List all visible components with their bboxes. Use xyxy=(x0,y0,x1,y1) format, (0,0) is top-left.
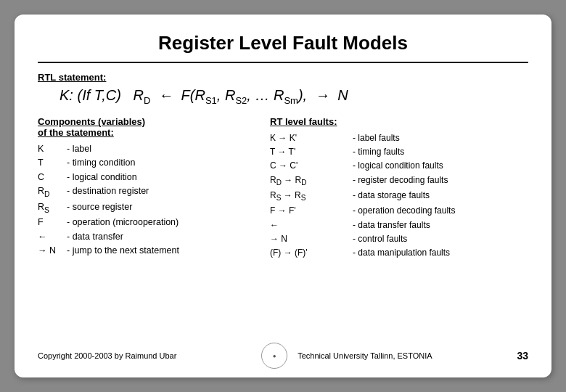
comp-key-k: K xyxy=(38,142,64,156)
fault-desc-t: - timing faults xyxy=(353,145,404,159)
formula: K: (If T,C) RD ← F(RS1, RS2, … RSm), → N xyxy=(60,87,528,106)
list-item: C - logical condition xyxy=(38,171,255,184)
fault-desc-rd: - register decoding faults xyxy=(353,173,448,187)
fault-lhs-t: T → T' xyxy=(270,145,350,159)
components-header: Components (variables)of the statement: xyxy=(38,116,255,138)
faults-list: K → K' - label faults T → T' - timing fa… xyxy=(270,131,528,260)
list-item: K → K' - label faults xyxy=(270,131,528,145)
university-logo: ● xyxy=(261,343,287,369)
fault-desc-rs: - data storage faults xyxy=(353,189,430,203)
slide-title: Register Level Fault Models xyxy=(38,32,528,54)
fault-lhs-rs: RS → RS xyxy=(270,189,350,204)
fault-lhs-k: K → K' xyxy=(270,131,350,145)
list-item: ← - data transfer xyxy=(38,230,255,244)
fault-lhs-n: → N xyxy=(270,232,350,246)
comp-key-t: T xyxy=(38,156,64,170)
comp-val-rs: - source register xyxy=(67,200,132,216)
comp-key-f: F xyxy=(38,216,64,229)
fault-lhs-c: C → C' xyxy=(270,159,350,173)
comp-val-arrow: - data transfer xyxy=(67,230,123,244)
right-column: RT level faults: K → K' - label faults T… xyxy=(270,116,528,260)
list-item: RD - destination register xyxy=(38,184,255,200)
fault-desc-n: - control faults xyxy=(353,232,407,246)
copyright: Copyright 2000-2003 by Raimund Ubar xyxy=(38,351,176,360)
comp-val-f: - operation (microoperation) xyxy=(67,216,179,229)
fault-desc-f: - operation decoding faults xyxy=(353,204,455,218)
rtl-label: RTL statement: xyxy=(38,72,528,83)
title-divider xyxy=(38,62,528,63)
university-name: Technical University Tallinn, ESTONIA xyxy=(298,351,432,360)
left-column: Components (variables)of the statement: … xyxy=(38,116,255,260)
comp-val-rd: - destination register xyxy=(67,184,149,200)
fault-desc-fp: - data manipulation faults xyxy=(353,246,450,260)
list-item: → N - jump to the next statement xyxy=(38,244,255,258)
fault-lhs-fp: (F) → (F)' xyxy=(270,246,350,260)
list-item: ← - data transfer faults xyxy=(270,219,528,232)
comp-key-rs: RS xyxy=(38,200,64,216)
component-table: K - label T - timing condition C - logic… xyxy=(38,142,255,258)
list-item: T → T' - timing faults xyxy=(270,145,528,159)
footer: Copyright 2000-2003 by Raimund Ubar ● Te… xyxy=(38,343,528,369)
page-number: 33 xyxy=(517,350,528,362)
list-item: RS → RS - data storage faults xyxy=(270,189,528,204)
comp-val-k: - label xyxy=(67,142,91,156)
formula-k: K: (If T,C) RD ← F(RS1, RS2, … RSm), → N xyxy=(60,87,348,103)
comp-val-arn: - jump to the next statement xyxy=(67,244,179,258)
comp-val-t: - timing condition xyxy=(67,156,136,170)
comp-key-rd: RD xyxy=(38,184,64,200)
fault-lhs-left: ← xyxy=(270,219,350,232)
list-item: C → C' - logical condition faults xyxy=(270,159,528,173)
comp-val-c: - logical condition xyxy=(67,171,137,184)
footer-right: ● Technical University Tallinn, ESTONIA xyxy=(261,343,432,369)
fault-desc-k: - label faults xyxy=(353,131,400,145)
faults-header: RT level faults: xyxy=(270,116,528,127)
fault-lhs-rd: RD → RD xyxy=(270,173,350,189)
content-area: Components (variables)of the statement: … xyxy=(38,116,528,260)
slide-container: Register Level Fault Models RTL statemen… xyxy=(15,15,551,377)
list-item: RS - source register xyxy=(38,200,255,216)
comp-key-arn: → N xyxy=(38,244,64,258)
list-item: RD → RD - register decoding faults xyxy=(270,173,528,189)
list-item: F - operation (microoperation) xyxy=(38,216,255,229)
fault-desc-left: - data transfer faults xyxy=(353,219,430,232)
list-item: → N - control faults xyxy=(270,232,528,246)
list-item: F → F' - operation decoding faults xyxy=(270,204,528,218)
fault-lhs-f: F → F' xyxy=(270,204,350,218)
list-item: T - timing condition xyxy=(38,156,255,170)
comp-key-arrow: ← xyxy=(38,230,64,244)
fault-desc-c: - logical condition faults xyxy=(353,159,443,173)
list-item: K - label xyxy=(38,142,255,156)
list-item: (F) → (F)' - data manipulation faults xyxy=(270,246,528,260)
comp-key-c: C xyxy=(38,171,64,184)
